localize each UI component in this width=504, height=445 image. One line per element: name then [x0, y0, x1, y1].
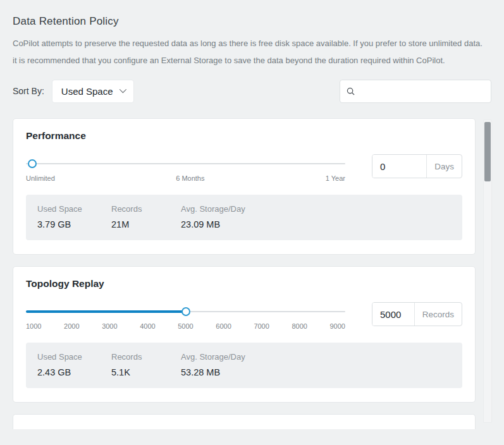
slider-tick-label: Unlimited: [26, 174, 55, 182]
stat-column: Avg. Storage/Day53.28 MB: [181, 352, 245, 377]
stat-value: 21M: [111, 219, 181, 229]
slider-track[interactable]: [26, 159, 345, 168]
retention-input-group: Days: [372, 154, 462, 178]
slider-tick-label: 6 Months: [176, 174, 204, 182]
retention-input-group: Records: [372, 302, 462, 326]
slider-ticks: 100020003000400050006000700080009000: [26, 322, 345, 330]
page-title: Data Retention Policy: [13, 15, 491, 28]
slider-tick-label: 7000: [254, 322, 269, 330]
card-title: Performance: [26, 130, 462, 142]
stat-column: Avg. Storage/Day23.09 MB: [181, 204, 245, 229]
retention-card: Topology Replay 100020003000400050006000…: [13, 266, 476, 403]
slider-handle[interactable]: [181, 307, 190, 316]
stat-label: Used Space: [37, 352, 111, 362]
stat-column: Used Space3.79 GB: [37, 204, 111, 229]
slider-row: Unlimited6 Months1 Year Days: [26, 154, 462, 182]
scrollbar-thumb[interactable]: [484, 122, 491, 181]
retention-unit-label: Days: [426, 155, 462, 178]
retention-unit-label: Records: [414, 303, 462, 326]
slider-tick-label: 1000: [26, 322, 41, 330]
stat-label: Records: [111, 204, 181, 214]
stat-value: 5.1K: [111, 367, 181, 377]
stat-column: Used Space2.43 GB: [37, 352, 111, 377]
search-icon: [347, 87, 355, 95]
slider-row: 100020003000400050006000700080009000 Rec…: [26, 302, 462, 330]
scrollbar[interactable]: [483, 119, 492, 423]
slider[interactable]: 100020003000400050006000700080009000: [26, 302, 345, 330]
slider-tick-label: 2000: [64, 322, 79, 330]
toolbar: Sort By: Used Space: [13, 79, 491, 103]
next-card-partial: [13, 414, 476, 429]
slider-track[interactable]: [26, 307, 345, 316]
slider[interactable]: Unlimited6 Months1 Year: [26, 154, 345, 182]
sort-by-label: Sort By:: [13, 86, 44, 96]
retention-card: Performance Unlimited6 Months1 Year Days…: [13, 118, 476, 255]
stat-value: 23.09 MB: [181, 219, 245, 229]
stat-column: Records21M: [111, 204, 181, 229]
slider-tick-label: 3000: [102, 322, 117, 330]
stat-value: 2.43 GB: [37, 367, 111, 377]
cards-container: Performance Unlimited6 Months1 Year Days…: [13, 118, 476, 403]
retention-value-input[interactable]: [372, 303, 414, 326]
slider-tick-label: 8000: [292, 322, 307, 330]
retention-value-input[interactable]: [372, 155, 426, 178]
page-header: Data Retention Policy CoPilot attempts t…: [0, 0, 504, 69]
sort-by-dropdown[interactable]: Used Space: [52, 80, 134, 103]
slider-fill: [26, 310, 186, 313]
sort-by-selected-value: Used Space: [61, 86, 113, 97]
stats-row: Used Space2.43 GBRecords5.1KAvg. Storage…: [26, 343, 462, 388]
slider-tick-label: 9000: [330, 322, 345, 330]
search-box[interactable]: [340, 80, 491, 103]
page-description: CoPilot attempts to preserve the request…: [13, 35, 486, 69]
stat-column: Records5.1K: [111, 352, 181, 377]
slider-tick-label: 4000: [140, 322, 155, 330]
slider-tick-label: 1 Year: [326, 174, 345, 182]
slider-ticks: Unlimited6 Months1 Year: [26, 174, 345, 182]
slider-tick-label: 5000: [178, 322, 193, 330]
slider-tick-label: 6000: [216, 322, 231, 330]
slider-handle[interactable]: [28, 159, 37, 168]
stat-label: Records: [111, 352, 181, 362]
stat-label: Used Space: [37, 204, 111, 214]
stat-value: 53.28 MB: [181, 367, 245, 377]
retention-scroll-area: Performance Unlimited6 Months1 Year Days…: [13, 112, 492, 429]
stat-value: 3.79 GB: [37, 219, 111, 229]
chevron-down-icon: [119, 86, 126, 93]
slider-track-line: [26, 163, 345, 164]
stat-label: Avg. Storage/Day: [181, 352, 245, 362]
stat-label: Avg. Storage/Day: [181, 204, 245, 214]
stats-row: Used Space3.79 GBRecords21MAvg. Storage/…: [26, 195, 462, 240]
search-input[interactable]: [360, 86, 484, 96]
card-title: Topology Replay: [26, 278, 462, 290]
